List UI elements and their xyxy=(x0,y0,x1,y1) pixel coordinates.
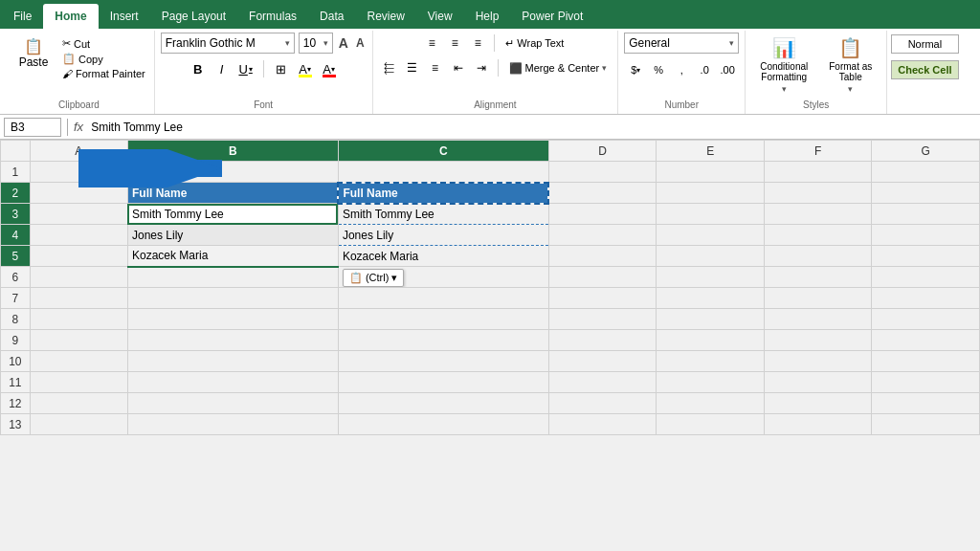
cell-e8[interactable] xyxy=(657,309,765,330)
italic-button[interactable]: I xyxy=(212,58,233,79)
align-top-center-button[interactable]: ≡ xyxy=(444,33,465,54)
col-header-b[interactable]: B xyxy=(127,141,338,162)
cell-e13[interactable] xyxy=(657,414,765,435)
formula-content[interactable]: Smith Tommy Lee xyxy=(91,121,976,134)
comma-button[interactable]: , xyxy=(671,59,692,80)
cell-d10[interactable] xyxy=(548,351,657,372)
cell-a9[interactable] xyxy=(30,330,127,351)
cell-f2[interactable] xyxy=(764,183,872,204)
cell-g4[interactable] xyxy=(872,225,980,246)
cell-b4[interactable]: Jones Lily xyxy=(127,225,338,246)
align-right-button[interactable]: ≡ xyxy=(425,57,446,78)
cell-d1[interactable] xyxy=(548,162,657,183)
cell-e12[interactable] xyxy=(657,393,765,414)
cell-f1[interactable] xyxy=(764,162,872,183)
tab-help[interactable]: Help xyxy=(464,4,511,29)
cell-c2[interactable]: Full Name xyxy=(338,183,548,204)
cell-c5[interactable]: Kozacek Maria xyxy=(338,246,548,267)
cell-f9[interactable] xyxy=(764,330,872,351)
border-button[interactable]: ⊞ xyxy=(271,58,292,79)
cell-f10[interactable] xyxy=(764,351,872,372)
cell-a4[interactable] xyxy=(30,225,127,246)
cell-c1[interactable] xyxy=(338,162,548,183)
col-header-f[interactable]: F xyxy=(764,141,872,162)
cell-d6[interactable] xyxy=(548,267,657,288)
cell-b9[interactable] xyxy=(127,330,338,351)
cut-button[interactable]: ✂ Cut xyxy=(59,36,148,51)
cell-g10[interactable] xyxy=(872,351,980,372)
cell-d11[interactable] xyxy=(548,372,657,393)
cell-g5[interactable] xyxy=(872,246,980,267)
cell-d3[interactable] xyxy=(548,204,657,225)
format-as-table-button[interactable]: 📋 Format asTable ▾ xyxy=(820,33,880,98)
cell-d9[interactable] xyxy=(548,330,657,351)
cell-b5[interactable]: Kozacek Maria xyxy=(127,246,338,267)
cell-a12[interactable] xyxy=(30,393,127,414)
cell-f11[interactable] xyxy=(764,372,872,393)
cell-e3[interactable] xyxy=(657,204,765,225)
cell-c4[interactable]: Jones Lily xyxy=(338,225,548,246)
cell-c9[interactable] xyxy=(338,330,548,351)
cell-b3[interactable]: Smith Tommy Lee xyxy=(127,204,338,225)
cell-d8[interactable] xyxy=(548,309,657,330)
decrease-indent-button[interactable]: ⇤ xyxy=(448,57,469,78)
tab-file[interactable]: File xyxy=(2,4,43,29)
percent-button[interactable]: % xyxy=(648,59,669,80)
cell-b1[interactable] xyxy=(127,162,338,183)
cell-a7[interactable] xyxy=(30,288,127,309)
cell-g9[interactable] xyxy=(872,330,980,351)
cell-c7[interactable] xyxy=(338,288,548,309)
cell-a10[interactable] xyxy=(30,351,127,372)
cell-f4[interactable] xyxy=(764,225,872,246)
cell-e9[interactable] xyxy=(657,330,765,351)
cell-b6[interactable] xyxy=(127,267,338,288)
cell-b8[interactable] xyxy=(127,309,338,330)
cell-g6[interactable] xyxy=(872,267,980,288)
wrap-text-button[interactable]: ↵ Wrap Text xyxy=(501,34,568,53)
align-center-button[interactable]: ☰ xyxy=(402,57,423,78)
tab-home[interactable]: Home xyxy=(43,4,98,29)
paste-button[interactable]: 📋 Paste xyxy=(10,33,57,74)
cell-d12[interactable] xyxy=(548,393,657,414)
cell-b13[interactable] xyxy=(127,414,338,435)
number-format-dropdown[interactable]: General ▾ xyxy=(624,33,739,54)
cell-d13[interactable] xyxy=(548,414,657,435)
cell-g1[interactable] xyxy=(872,162,980,183)
font-color-button[interactable]: A▾ xyxy=(319,58,340,79)
cell-f12[interactable] xyxy=(764,393,872,414)
fill-color-button[interactable]: A▾ xyxy=(295,58,316,79)
tab-page-layout[interactable]: Page Layout xyxy=(150,4,237,29)
cell-g2[interactable] xyxy=(872,183,980,204)
cell-e4[interactable] xyxy=(657,225,765,246)
font-size-dropdown[interactable]: 10 ▾ xyxy=(299,33,333,54)
increase-indent-button[interactable]: ⇥ xyxy=(471,57,492,78)
col-header-c[interactable]: C xyxy=(338,141,548,162)
tab-data[interactable]: Data xyxy=(308,4,355,29)
cell-e6[interactable] xyxy=(657,267,765,288)
increase-decimal-button[interactable]: .00 xyxy=(717,59,738,80)
ctrl-popup[interactable]: 📋 (Ctrl) ▾ xyxy=(343,269,405,287)
cell-c10[interactable] xyxy=(338,351,548,372)
cell-c6[interactable]: 📋 (Ctrl) ▾ xyxy=(338,267,548,288)
cell-a1[interactable] xyxy=(30,162,127,183)
cell-f13[interactable] xyxy=(764,414,872,435)
cell-f5[interactable] xyxy=(764,246,872,267)
col-header-g[interactable]: G xyxy=(872,141,980,162)
cell-a11[interactable] xyxy=(30,372,127,393)
align-left-button[interactable]: ⬱ xyxy=(379,57,400,78)
cell-f8[interactable] xyxy=(764,309,872,330)
currency-button[interactable]: $▾ xyxy=(625,59,646,80)
format-painter-button[interactable]: 🖌 Format Painter xyxy=(59,67,148,80)
cell-b11[interactable] xyxy=(127,372,338,393)
cell-c3[interactable]: Smith Tommy Lee xyxy=(338,204,548,225)
cell-a13[interactable] xyxy=(30,414,127,435)
cell-g11[interactable] xyxy=(872,372,980,393)
tab-insert[interactable]: Insert xyxy=(99,4,150,29)
font-shrink-button[interactable]: A xyxy=(354,35,367,51)
underline-button[interactable]: U▾ xyxy=(235,58,256,79)
cell-a8[interactable] xyxy=(30,309,127,330)
cell-f3[interactable] xyxy=(764,204,872,225)
cell-c11[interactable] xyxy=(338,372,548,393)
cell-g8[interactable] xyxy=(872,309,980,330)
cell-g13[interactable] xyxy=(872,414,980,435)
